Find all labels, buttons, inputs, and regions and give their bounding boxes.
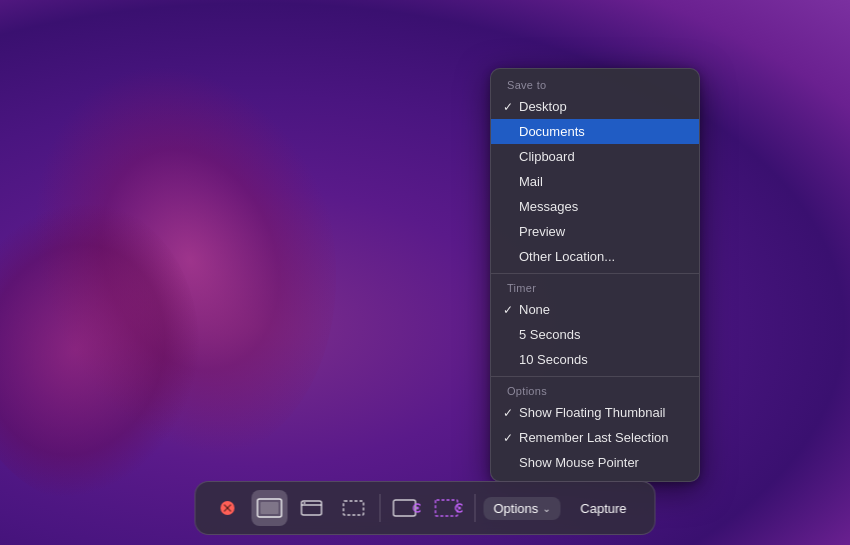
menu-item-10seconds-label: 10 Seconds xyxy=(519,352,683,367)
toolbar-divider-1 xyxy=(379,494,380,522)
menu-item-none-label: None xyxy=(519,302,683,317)
close-icon xyxy=(219,500,235,516)
menu-item-messages-label: Messages xyxy=(519,199,683,214)
menu-item-desktop[interactable]: ✓ Desktop xyxy=(491,94,699,119)
menu-item-preview[interactable]: Preview xyxy=(491,219,699,244)
menu-item-5seconds-label: 5 Seconds xyxy=(519,327,683,342)
svg-point-7 xyxy=(303,502,305,504)
svg-rect-9 xyxy=(393,500,415,516)
check-icon-none: ✓ xyxy=(503,303,519,317)
menu-item-5seconds[interactable]: 5 Seconds xyxy=(491,322,699,347)
separator-1 xyxy=(491,273,699,274)
menu-item-desktop-label: Desktop xyxy=(519,99,683,114)
svg-point-14 xyxy=(458,507,461,510)
svg-point-11 xyxy=(416,507,419,510)
menu-item-other-location-label: Other Location... xyxy=(519,249,683,264)
svg-rect-8 xyxy=(343,501,363,515)
options-button[interactable]: Options ⌄ xyxy=(483,497,560,520)
close-button[interactable] xyxy=(209,490,245,526)
timer-label: Timer xyxy=(491,278,699,297)
video-fullscreen-button[interactable] xyxy=(388,490,424,526)
menu-item-show-mouse-pointer[interactable]: Show Mouse Pointer xyxy=(491,450,699,475)
menu-item-show-mouse-pointer-label: Show Mouse Pointer xyxy=(519,455,683,470)
svg-rect-4 xyxy=(260,502,278,514)
capture-label: Capture xyxy=(580,501,626,516)
video-fullscreen-icon xyxy=(392,498,420,518)
menu-item-clipboard[interactable]: Clipboard xyxy=(491,144,699,169)
chevron-down-icon: ⌄ xyxy=(542,503,550,514)
menu-item-clipboard-label: Clipboard xyxy=(519,149,683,164)
menu-item-none[interactable]: ✓ None xyxy=(491,297,699,322)
options-label: Options xyxy=(493,501,538,516)
selection-capture-button[interactable] xyxy=(335,490,371,526)
capture-button[interactable]: Capture xyxy=(566,497,640,520)
screenshot-toolbar: Options ⌄ Capture xyxy=(194,481,655,535)
video-selection-icon xyxy=(434,498,462,518)
fullscreen-capture-button[interactable] xyxy=(251,490,287,526)
check-icon-remember-last-selection: ✓ xyxy=(503,431,519,445)
menu-item-10seconds[interactable]: 10 Seconds xyxy=(491,347,699,372)
menu-item-show-floating-thumbnail-label: Show Floating Thumbnail xyxy=(519,405,683,420)
check-icon-show-floating-thumbnail: ✓ xyxy=(503,406,519,420)
menu-item-mail[interactable]: Mail xyxy=(491,169,699,194)
menu-item-preview-label: Preview xyxy=(519,224,683,239)
separator-2 xyxy=(491,376,699,377)
desktop-background xyxy=(0,0,850,545)
check-icon-desktop: ✓ xyxy=(503,100,519,114)
menu-item-other-location[interactable]: Other Location... xyxy=(491,244,699,269)
selection-icon xyxy=(340,498,366,518)
menu-item-mail-label: Mail xyxy=(519,174,683,189)
context-menu: Save to ✓ Desktop Documents Clipboard Ma… xyxy=(490,68,700,482)
menu-item-show-floating-thumbnail[interactable]: ✓ Show Floating Thumbnail xyxy=(491,400,699,425)
menu-item-documents-label: Documents xyxy=(519,124,683,139)
menu-item-remember-last-selection[interactable]: ✓ Remember Last Selection xyxy=(491,425,699,450)
window-icon xyxy=(298,498,324,518)
options-label: Options xyxy=(491,381,699,400)
toolbar-divider-2 xyxy=(474,494,475,522)
menu-item-documents[interactable]: Documents xyxy=(491,119,699,144)
video-selection-button[interactable] xyxy=(430,490,466,526)
window-capture-button[interactable] xyxy=(293,490,329,526)
svg-rect-12 xyxy=(435,500,457,516)
menu-item-messages[interactable]: Messages xyxy=(491,194,699,219)
menu-item-remember-last-selection-label: Remember Last Selection xyxy=(519,430,683,445)
save-to-label: Save to xyxy=(491,75,699,94)
fullscreen-icon xyxy=(256,498,282,518)
